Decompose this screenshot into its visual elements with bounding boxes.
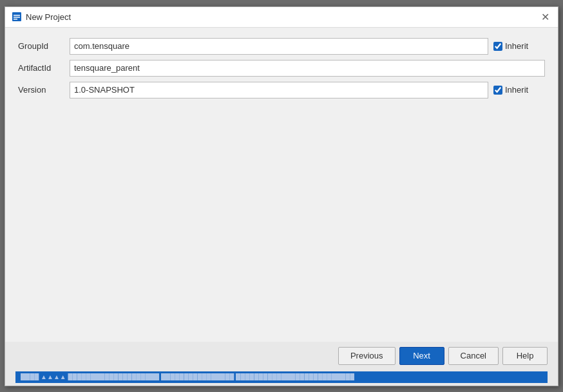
status-bar: ████ ▲▲▲▲ ████████████████████ █████████…: [15, 371, 548, 383]
groupid-input[interactable]: [70, 38, 488, 55]
groupid-label: GroupId: [18, 41, 70, 51]
dialog-icon: [12, 12, 22, 22]
dialog-title: New Project: [26, 12, 71, 22]
artifactid-input[interactable]: [70, 60, 545, 77]
artifactid-label: ArtifactId: [18, 63, 70, 73]
version-inherit-checkbox[interactable]: [493, 86, 502, 95]
groupid-inherit-checkbox[interactable]: [493, 42, 502, 51]
groupid-inherit-container: Inherit: [493, 41, 545, 51]
title-bar: New Project ✕: [5, 7, 558, 28]
artifactid-row: ArtifactId: [18, 60, 545, 77]
version-input[interactable]: [70, 82, 488, 98]
next-button[interactable]: Next: [399, 347, 444, 365]
version-inherit-label: Inherit: [505, 85, 528, 95]
close-button[interactable]: ✕: [539, 10, 551, 23]
help-button[interactable]: Help: [502, 347, 548, 365]
svg-rect-1: [14, 15, 20, 16]
title-bar-left: New Project: [12, 12, 71, 22]
footer: Previous Next Cancel Help ████ ▲▲▲▲ ████…: [5, 342, 558, 386]
version-row: Version Inherit: [18, 82, 545, 98]
new-project-dialog: New Project ✕ GroupId Inherit ArtifactId…: [5, 6, 558, 386]
dialog-content: GroupId Inherit ArtifactId Version Inher…: [5, 28, 558, 342]
groupid-inherit-label: Inherit: [505, 41, 528, 51]
version-inherit-container: Inherit: [493, 85, 545, 95]
button-row: Previous Next Cancel Help: [15, 347, 548, 369]
status-text: ████ ▲▲▲▲ ████████████████████ █████████…: [21, 373, 354, 380]
svg-rect-3: [14, 19, 17, 20]
previous-button[interactable]: Previous: [338, 347, 396, 365]
groupid-row: GroupId Inherit: [18, 38, 545, 55]
version-label: Version: [18, 85, 70, 95]
cancel-button[interactable]: Cancel: [448, 347, 499, 365]
svg-rect-2: [14, 17, 20, 18]
